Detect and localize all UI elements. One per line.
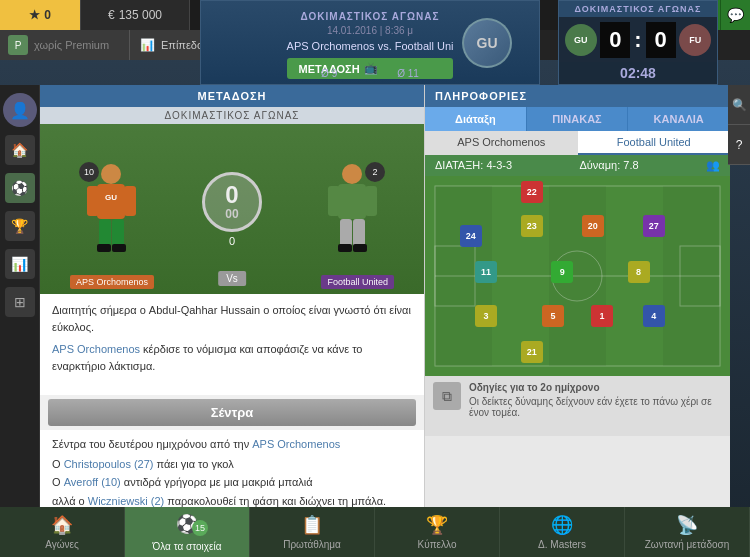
nav-matches[interactable]: 🏠 Αγώνες <box>0 507 125 557</box>
nav-live[interactable]: 📡 Ζωντανή μετάδοση <box>625 507 750 557</box>
nav-cup[interactable]: 🏆 Κύπελλο <box>375 507 500 557</box>
commentary-link-3: APS Orchomenos <box>252 438 340 450</box>
svg-point-9 <box>342 164 362 184</box>
score-title: ΔΟΚΙΜΑΣΤΙΚΟΣ ΑΓΩΝΑΣ <box>559 1 717 17</box>
away-player: 2 <box>320 162 385 257</box>
currency-section: € 135 000 <box>80 0 190 30</box>
info-bottom: ⧉ Οδηγίες για το 2ο ημίχρονο Οι δείκτες … <box>425 376 730 436</box>
svg-rect-5 <box>99 219 111 247</box>
nav-cup-label: Κύπελλο <box>418 539 457 550</box>
svg-rect-10 <box>338 184 366 219</box>
commentary-line-3: Σέντρα του δευτέρου ημιχρόνου από την AP… <box>52 436 412 453</box>
nav-league-icon: 📋 <box>301 514 323 536</box>
svg-rect-15 <box>338 244 352 252</box>
sidebar-home-icon[interactable]: 🏠 <box>5 135 35 165</box>
svg-rect-13 <box>340 219 352 247</box>
commentary-line-4: Ο Christopoulos (27) πάει για το γκολ <box>52 456 412 473</box>
jersey-fwd4[interactable]: 4 <box>643 305 665 327</box>
jersey-fwd1[interactable]: 3 <box>475 305 497 327</box>
jersey-def4[interactable]: 27 <box>643 215 665 237</box>
match-logo: GU <box>462 18 512 68</box>
nav-live-label: Ζωντανή μετάδοση <box>645 539 730 550</box>
user-avatar: 👤 <box>3 93 37 127</box>
premium-button[interactable]: P χωρίς Premium <box>0 30 130 60</box>
match-panel-subtitle: ΔΟΚΙΜΑΣΤΙΚΟΣ ΑΓΩΝΑΣ <box>40 107 424 124</box>
bottom-note: Οδηγίες για το 2ο ημίχρονο Οι δείκτες δύ… <box>469 382 722 418</box>
sidebar-chart-icon[interactable]: 📊 <box>5 249 35 279</box>
field-away-score: 0 <box>229 235 235 247</box>
tab-channels[interactable]: ΚΑΝΑΛΙΑ <box>628 107 730 131</box>
away-logo: FU <box>679 24 711 56</box>
premium-icon: P <box>8 35 28 55</box>
away-team-badge: Football United <box>321 275 394 289</box>
info-panel: ΠΛΗΡΟΦΟΡΙΕΣ Διάταξη ΠΙΝΑΚΑΣ ΚΑΝΑΛΙΑ APS … <box>425 85 730 515</box>
match-date: 14.01.2016 | 8:36 μ <box>287 25 454 36</box>
jersey-fwd3[interactable]: 1 <box>591 305 613 327</box>
nav-masters[interactable]: 🌐 Δ. Masters <box>500 507 625 557</box>
team-tabs: APS Orchomenos Football United <box>425 131 730 155</box>
match-logo-circle: GU <box>462 18 512 68</box>
score-body: GU 0 : 0 FU <box>559 17 717 62</box>
field-score-sub: 00 <box>225 207 238 221</box>
jersey-def3[interactable]: 20 <box>582 215 604 237</box>
field-area: 10 GU 0 00 <box>40 124 424 294</box>
match-teams-header: APS Orchomenos vs. Football Uni <box>287 40 454 52</box>
home-team-badge: APS Orchomenos <box>70 275 154 289</box>
jersey-mid3[interactable]: 8 <box>628 261 650 283</box>
c4-link1: Christopoulos (27) <box>64 458 154 470</box>
nav-matches-label: Αγώνες <box>45 539 79 550</box>
sidebar-grid-icon[interactable]: ⊞ <box>5 287 35 317</box>
svg-rect-25 <box>663 186 720 366</box>
match-panel-title: ΜΕΤΑΔΟΣΗ <box>40 85 424 107</box>
nav-matches-icon: 🏠 <box>51 514 73 536</box>
copy-button[interactable]: ⧉ <box>433 382 461 410</box>
team-tab-home[interactable]: APS Orchomenos <box>425 131 578 155</box>
sidebar-soccer-icon[interactable]: ⚽ <box>5 173 35 203</box>
nav-all-stats[interactable]: ⚽ 15 Όλα τα στοιχεία <box>125 507 250 557</box>
premium-label: χωρίς Premium <box>34 39 109 51</box>
tab-table[interactable]: ΠΙΝΑΚΑΣ <box>527 107 629 131</box>
score-numbers: 0 : 0 <box>600 22 675 58</box>
bottom-nav: 🏠 Αγώνες ⚽ 15 Όλα τα στοιχεία 📋 Πρωτάθλη… <box>0 507 750 557</box>
svg-rect-6 <box>112 219 124 247</box>
tab-formation[interactable]: Διάταξη <box>425 107 527 131</box>
help-action-button[interactable]: ? <box>728 125 750 165</box>
chart-icon: 📊 <box>140 38 155 52</box>
c6a: αλλά ο <box>52 495 88 507</box>
nav-stats-label: Όλα τα στοιχεία <box>153 541 222 552</box>
search-action-button[interactable]: 🔍 <box>728 85 750 125</box>
nav-league[interactable]: 📋 Πρωτάθλημα <box>250 507 375 557</box>
jersey-fwd2[interactable]: 5 <box>542 305 564 327</box>
svg-rect-3 <box>124 186 136 216</box>
team-tab-away[interactable]: Football United <box>578 131 731 155</box>
score-board: ΔΟΚΙΜΑΣΤΙΚΟΣ ΑΓΩΝΑΣ GU 0 : 0 FU 02:48 <box>558 0 718 85</box>
commentary-line-5: Ο Averoff (10) αντιδρά γρήγορα με μια μα… <box>52 474 412 491</box>
svg-rect-16 <box>353 244 367 252</box>
main-content: ΜΕΤΑΔΟΣΗ ΔΟΚΙΜΑΣΤΙΚΟΣ ΑΓΩΝΑΣ 10 GU <box>40 85 730 515</box>
svg-rect-7 <box>97 244 111 252</box>
match-panel: ΜΕΤΑΔΟΣΗ ΔΟΚΙΜΑΣΤΙΚΟΣ ΑΓΩΝΑΣ 10 GU <box>40 85 425 515</box>
nav-live-icon: 📡 <box>676 514 698 536</box>
svg-rect-14 <box>353 219 365 247</box>
c6-link1: Wiczniewski (2) <box>88 495 164 507</box>
chat-button[interactable]: 💬 <box>720 0 750 30</box>
jersey-def2[interactable]: 23 <box>521 215 543 237</box>
jersey-def1[interactable]: 24 <box>460 225 482 247</box>
nav-masters-icon: 🌐 <box>551 514 573 536</box>
home-logo: GU <box>565 24 597 56</box>
commentary-link-1: APS Orchomenos <box>52 343 140 355</box>
jersey-fwd5[interactable]: 21 <box>521 341 543 363</box>
jersey-mid1[interactable]: 11 <box>475 261 497 283</box>
star-count: 0 <box>44 8 51 22</box>
field-score-display: 0 00 0 <box>202 172 262 247</box>
ball-count-away: Ø 11 <box>397 68 419 79</box>
sidebar-trophy-icon[interactable]: 🏆 <box>5 211 35 241</box>
star-icon: ★ <box>29 8 40 22</box>
vs-text: Vs <box>218 271 246 286</box>
jersey-gk[interactable]: 22 <box>521 181 543 203</box>
formation-bar: ΔΙΑΤΑΞΗ: 4-3-3 Δύναμη: 7.8 👥 <box>425 155 730 176</box>
jersey-mid2[interactable]: 9 <box>551 261 573 283</box>
home-score: 0 <box>600 22 630 58</box>
half-button[interactable]: Σέντρα <box>48 399 416 426</box>
c6-rest1: παρακολουθεί τη φάση και διώχνει τη μπάλ… <box>167 495 386 507</box>
